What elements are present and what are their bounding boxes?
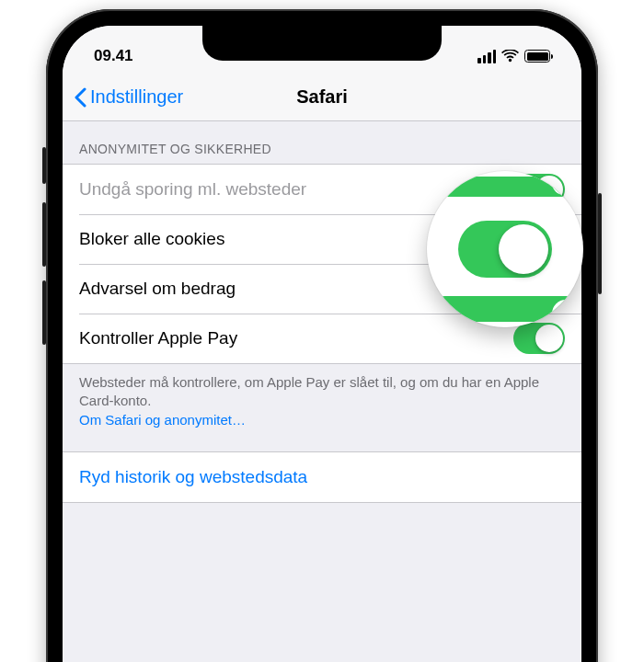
status-indicators xyxy=(477,50,550,63)
back-label: Indstillinger xyxy=(90,86,183,108)
screen: 09.41 Indstillinger Sa xyxy=(63,26,581,662)
clear-history-label: Ryd historik og webstedsdata xyxy=(79,467,307,487)
section-footer-privacy: Websteder må kontrollere, om Apple Pay e… xyxy=(63,364,581,451)
clear-history-button[interactable]: Ryd historik og webstedsdata xyxy=(63,452,581,502)
magnifier-callout xyxy=(427,171,583,327)
volume-down-button xyxy=(42,280,46,345)
mute-switch xyxy=(42,147,46,184)
cellular-signal-icon xyxy=(477,50,496,63)
phone-frame: 09.41 Indstillinger Sa xyxy=(46,9,598,662)
row-label: Kontroller Apple Pay xyxy=(79,328,237,348)
battery-icon xyxy=(524,50,550,63)
notch xyxy=(202,26,442,61)
magnified-toggle-on-icon xyxy=(458,221,552,278)
row-label: Bloker alle cookies xyxy=(79,229,224,249)
row-label: Undgå sporing ml. websteder xyxy=(79,179,306,200)
nav-bar: Indstillinger Safari xyxy=(63,74,581,121)
wifi-icon xyxy=(501,50,519,63)
row-label: Advarsel om bedrag xyxy=(79,279,236,299)
back-button[interactable]: Indstillinger xyxy=(63,86,183,108)
status-time: 09.41 xyxy=(94,47,133,65)
clear-data-group: Ryd historik og webstedsdata xyxy=(63,451,581,503)
volume-up-button xyxy=(42,202,46,267)
about-safari-privacy-link[interactable]: Om Safari og anonymitet… xyxy=(79,411,246,429)
chevron-left-icon xyxy=(74,87,86,108)
section-header-privacy: ANONYMITET OG SIKKERHED xyxy=(63,121,581,164)
side-button xyxy=(598,193,602,294)
footer-description: Websteder må kontrollere, om Apple Pay e… xyxy=(79,374,539,408)
toggle-check-apple-pay[interactable] xyxy=(513,323,565,354)
